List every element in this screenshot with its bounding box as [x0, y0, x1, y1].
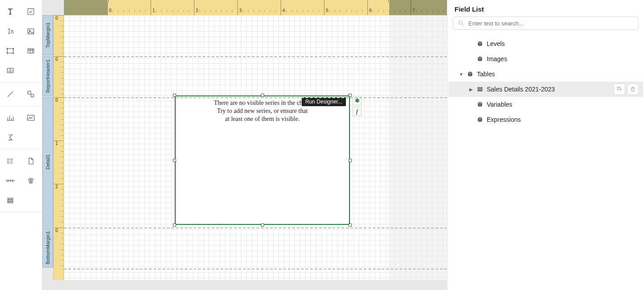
svg-point-16: [8, 161, 8, 162]
selection-handle[interactable]: [173, 159, 176, 162]
tool-rectangle-icon[interactable]: [0, 41, 21, 61]
cube-icon: [477, 116, 483, 123]
field-tree: LevelsImages▼Tables▶Sales Details 2021-2…: [447, 34, 644, 290]
tool-line-icon[interactable]: [0, 84, 21, 104]
tool-sum-icon[interactable]: [0, 128, 21, 147]
design-surface[interactable]: 012345678 TopMargin1ReportHeader1Detail1…: [42, 0, 447, 290]
horizontal-ruler: 012345678: [64, 0, 447, 15]
table-icon: [477, 86, 483, 92]
cube-icon: [477, 56, 483, 62]
band-label: Detail1: [45, 153, 51, 171]
ruler-marker[interactable]: [106, 0, 109, 2]
h-ruler-tick: 1: [151, 0, 155, 15]
page-right-pad: [389, 15, 447, 280]
tool-align-icon[interactable]: [21, 171, 41, 191]
svg-rect-14: [28, 115, 34, 120]
smart-tag-fx-icon[interactable]: f: [353, 107, 362, 116]
chevron-down-icon[interactable]: ▼: [459, 72, 463, 77]
tool-line-chart-icon[interactable]: [21, 108, 41, 128]
band-label: TopMargin1: [45, 21, 51, 50]
band-report-header[interactable]: ReportHeader1: [42, 56, 53, 96]
canvas[interactable]: There are no visible series in the chart…: [64, 15, 447, 280]
field-tree-item[interactable]: ▶Sales Details 2021-2023: [448, 82, 643, 97]
run-designer-tooltip[interactable]: Run Designer...: [302, 97, 346, 106]
delete-button[interactable]: [627, 83, 639, 95]
cube-icon: [467, 71, 473, 77]
band-label: BottomMargin1: [45, 229, 51, 266]
band-top-margin[interactable]: TopMargin1: [42, 15, 53, 55]
tool-page-icon[interactable]: [21, 151, 41, 171]
svg-point-6: [7, 53, 8, 54]
svg-rect-21: [8, 200, 13, 201]
field-tree-item-label: Sales Details 2021-2023: [487, 86, 610, 93]
selection-handle[interactable]: [261, 224, 264, 227]
svg-point-17: [8, 162, 8, 163]
field-tree-item[interactable]: Variables: [448, 97, 643, 112]
svg-rect-3: [7, 49, 13, 53]
selection-handle[interactable]: [349, 224, 352, 227]
selection-handle[interactable]: [173, 94, 176, 97]
svg-rect-8: [28, 49, 34, 53]
selection-handle[interactable]: [173, 224, 176, 227]
svg-point-13: [31, 94, 34, 97]
chart-placeholder-line2: Try to add new series, or ensure that: [176, 107, 349, 115]
field-list-search[interactable]: [453, 17, 639, 30]
tool-bar-chart-icon[interactable]: [0, 108, 21, 128]
field-tree-item[interactable]: Images: [448, 51, 643, 66]
band-bottom-margin[interactable]: BottomMargin1: [42, 228, 53, 268]
svg-text:a: a: [8, 70, 10, 72]
ruler-corner: [42, 0, 64, 15]
bottom-gutter: [42, 280, 447, 290]
toolbox: ab: [0, 0, 42, 290]
h-ruler-tick: 3: [237, 0, 242, 15]
field-tree-item[interactable]: Expressions: [448, 112, 643, 127]
chevron-right-icon[interactable]: ▶: [469, 87, 473, 92]
cube-icon: [477, 41, 483, 47]
section-divider[interactable]: [64, 228, 447, 228]
chart-placeholder-line3: at least one of them is visible.: [176, 115, 349, 123]
vertical-bands: TopMargin1ReportHeader1Detail1BottomMarg…: [42, 15, 53, 280]
field-list-panel: Field List LevelsImages▼Tables▶Sales Det…: [447, 0, 644, 290]
svg-rect-0: [28, 8, 34, 14]
h-ruler-tick: 6: [367, 0, 372, 15]
selection-handle[interactable]: [261, 94, 264, 97]
tool-panel-icon[interactable]: ab: [0, 61, 21, 80]
band-label: ReportHeader1: [45, 58, 51, 95]
svg-rect-22: [8, 202, 13, 203]
svg-point-5: [13, 48, 14, 49]
field-tree-item[interactable]: ▼Tables: [448, 66, 643, 82]
svg-rect-25: [617, 87, 620, 90]
tool-image-icon[interactable]: [21, 21, 41, 41]
h-ruler-tick: 5: [324, 0, 328, 15]
section-divider[interactable]: [64, 56, 447, 57]
svg-point-4: [7, 48, 8, 49]
field-tree-item-label: Levels: [487, 40, 639, 47]
search-icon: [458, 20, 465, 27]
field-tree-item-label: Variables: [487, 101, 639, 108]
svg-point-23: [459, 21, 463, 25]
field-tree-item-label: Images: [487, 55, 639, 62]
tool-shapes-icon[interactable]: [21, 84, 41, 104]
field-tree-item[interactable]: Levels: [448, 36, 643, 51]
add-query-button[interactable]: [614, 83, 625, 95]
field-tree-item-label: Tables: [477, 70, 639, 78]
selection-handle[interactable]: [349, 159, 352, 162]
tool-text-large-icon[interactable]: [0, 2, 21, 21]
tool-stack-icon[interactable]: [0, 191, 21, 210]
svg-rect-20: [8, 198, 13, 199]
tool-checkbox-icon[interactable]: [21, 2, 41, 21]
field-list-search-input[interactable]: [468, 20, 634, 27]
h-ruler-tick: 2: [194, 0, 198, 15]
chart-placeholder[interactable]: There are no visible series in the chart…: [175, 95, 350, 225]
tool-list-icon[interactable]: [0, 151, 21, 171]
tool-ruler-h-icon[interactable]: [0, 171, 21, 191]
band-detail[interactable]: Detail1: [42, 97, 53, 227]
tool-table-icon[interactable]: [21, 41, 41, 61]
section-divider[interactable]: [64, 97, 447, 98]
svg-rect-1: [28, 29, 34, 34]
h-ruler-tick: 7: [411, 0, 415, 15]
selection-handle[interactable]: [349, 94, 352, 97]
tool-text-small-icon[interactable]: [0, 21, 21, 41]
ruler-marker[interactable]: [388, 0, 391, 2]
vertical-ruler: 000120: [53, 15, 64, 280]
